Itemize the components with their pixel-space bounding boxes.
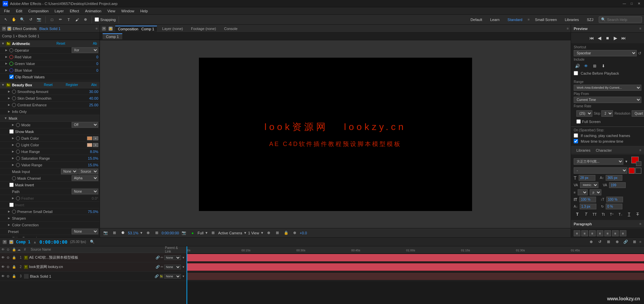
layer3-solo[interactable]: ⊙ bbox=[7, 274, 12, 278]
puppet-tool[interactable]: ⊕ bbox=[82, 16, 89, 23]
timeline-opt2-btn[interactable]: ↺ bbox=[596, 238, 603, 246]
layer1-solo[interactable]: ⊙ bbox=[7, 256, 12, 259]
layer2-solo[interactable]: ⊙ bbox=[7, 265, 12, 269]
character-tab[interactable]: Character bbox=[593, 148, 614, 153]
layer3-parent-dropdown[interactable]: None bbox=[164, 274, 181, 279]
workspace-learn[interactable]: Learn bbox=[487, 17, 502, 22]
red-value[interactable]: 0 bbox=[96, 55, 98, 59]
menu-window[interactable]: Window bbox=[119, 7, 137, 15]
strike-btn[interactable]: T bbox=[634, 211, 641, 218]
mode-dropdown[interactable]: Off bbox=[72, 122, 98, 128]
zoom-display[interactable]: 53.1% bbox=[128, 231, 138, 235]
contrast-value[interactable]: 25.00 bbox=[89, 103, 98, 107]
title-bar-controls[interactable]: — □ ✕ bbox=[622, 1, 641, 6]
play-from-dropdown[interactable]: Current Time bbox=[574, 97, 641, 103]
comp-region-btn[interactable]: ⊞ bbox=[111, 229, 118, 237]
timeline-opt6-btn[interactable]: ⊞ bbox=[631, 238, 638, 246]
comp-lock-view-btn[interactable]: 🔒 bbox=[283, 229, 290, 237]
comp-render-btn[interactable]: ⊞ bbox=[153, 229, 160, 237]
include-video-btn[interactable]: 👁 bbox=[582, 62, 590, 70]
text-color-bg[interactable] bbox=[636, 161, 641, 166]
timeline-opt1-btn[interactable]: ⊕ bbox=[587, 238, 595, 246]
timeline-lock-btn[interactable]: 🔒 bbox=[9, 240, 13, 244]
layer3-eye[interactable]: 👁 bbox=[1, 274, 7, 278]
light-color-btn[interactable]: ≡ bbox=[93, 143, 98, 147]
beauty-reset[interactable]: Reset bbox=[43, 83, 54, 87]
hue-value[interactable]: 8.0% bbox=[90, 150, 98, 154]
comp-close-btn[interactable]: ✕ bbox=[102, 27, 106, 31]
font-size-field[interactable] bbox=[579, 175, 595, 181]
super-btn[interactable]: T⁺ bbox=[608, 211, 615, 218]
comp-view-btn[interactable]: ⊕ bbox=[144, 229, 152, 237]
timeline-opt3-btn[interactable]: ⊞ bbox=[605, 238, 612, 246]
layer2-name[interactable]: look资源网 lookzy.cn bbox=[29, 264, 156, 269]
menu-help[interactable]: Help bbox=[138, 7, 151, 15]
comp-transparency-btn[interactable]: ⚈ bbox=[119, 229, 127, 237]
frame-rate-dropdown[interactable]: (25) bbox=[576, 110, 592, 117]
layer1-pen-btn[interactable]: ✏ bbox=[161, 256, 163, 259]
indent-dropdown[interactable]: - bbox=[578, 189, 588, 195]
mask-section-header[interactable]: ▼ Mask bbox=[0, 115, 100, 122]
clipping-checkbox[interactable] bbox=[9, 75, 14, 79]
layer1-name[interactable]: AE C4D软...预设脚本模型模板 bbox=[29, 255, 156, 260]
mask-channel-dropdown[interactable]: Alpha bbox=[72, 175, 98, 181]
rect-tool[interactable]: □ bbox=[48, 16, 56, 23]
comp-color-btn[interactable]: ● bbox=[189, 229, 196, 237]
skin-value[interactable]: 40.00 bbox=[89, 96, 98, 100]
effect-controls-tab[interactable]: Black Solid 1 bbox=[39, 27, 61, 31]
stop-opt1-checkbox[interactable] bbox=[574, 133, 578, 138]
track-bar-2[interactable] bbox=[187, 263, 644, 271]
fill-color-swatch[interactable] bbox=[629, 168, 635, 174]
dark-color-swatch[interactable] bbox=[87, 136, 92, 140]
rotate-tool[interactable]: ↺ bbox=[27, 16, 34, 23]
select-tool[interactable]: ↖ bbox=[2, 16, 9, 23]
timeline-search-btn[interactable]: 🔍 bbox=[89, 238, 96, 246]
menu-view[interactable]: View bbox=[105, 7, 118, 15]
layer3-name[interactable]: Black Solid 1 bbox=[30, 274, 155, 278]
layer3-fx-btn[interactable]: fx bbox=[160, 274, 163, 278]
hand-tool[interactable]: ✋ bbox=[10, 16, 18, 23]
close-btn[interactable]: ✕ bbox=[637, 1, 641, 6]
layer2-link-btn[interactable]: 🔗 bbox=[156, 265, 160, 269]
caps-btn[interactable]: TT bbox=[591, 211, 598, 218]
comp-layer-tab[interactable]: Layer (none) bbox=[160, 26, 186, 31]
sat-value[interactable]: 15.0% bbox=[88, 156, 98, 160]
workspace-libraries[interactable]: Libraries bbox=[562, 17, 581, 22]
skip-dropdown[interactable]: 2 bbox=[601, 110, 613, 117]
panel-close-btn[interactable]: ✕ bbox=[2, 27, 6, 31]
camera-display[interactable]: Active Camera bbox=[218, 231, 242, 235]
comp-output-btn[interactable]: ⊕ bbox=[291, 229, 299, 237]
menu-composition[interactable]: Composition bbox=[26, 7, 51, 15]
mask-input-source[interactable]: Source bbox=[78, 169, 98, 174]
comp-footage-tab[interactable]: Footage (none) bbox=[188, 26, 219, 31]
menu-edit[interactable]: Edit bbox=[13, 7, 25, 15]
scaley-field[interactable] bbox=[606, 197, 623, 202]
fullscreen-checkbox[interactable] bbox=[576, 119, 581, 124]
layer2-eye[interactable]: 👁 bbox=[1, 265, 7, 269]
font-style-dropdown[interactable]: - bbox=[574, 167, 627, 174]
underline-btn[interactable]: T bbox=[625, 211, 633, 218]
green-value[interactable]: 0 bbox=[96, 62, 98, 66]
range-dropdown[interactable]: Work Area Extended By Current... bbox=[574, 85, 641, 91]
comp-resize-btn[interactable]: ⊞ bbox=[210, 229, 217, 237]
minimize-btn[interactable]: — bbox=[622, 1, 627, 6]
layer3-lock[interactable]: 🔒 bbox=[12, 274, 17, 278]
timeline-menu-btn[interactable]: ≡ bbox=[639, 240, 641, 244]
mask-input-none[interactable]: None bbox=[61, 169, 78, 174]
menu-animation[interactable]: Animation bbox=[82, 7, 104, 15]
para-menu-btn[interactable]: ≡ bbox=[639, 222, 641, 226]
arithmetic-header[interactable]: ▼ fx Arithmetic Reset Ab bbox=[0, 40, 100, 47]
comp-camera-snap-btn[interactable]: 📷 bbox=[180, 229, 188, 237]
layer2-lock[interactable]: 🔒 bbox=[12, 265, 17, 269]
comp-console-tab[interactable]: Console bbox=[221, 26, 240, 31]
path-dropdown[interactable]: None bbox=[72, 189, 98, 194]
light-color-swatch[interactable] bbox=[87, 143, 92, 147]
align-right-btn[interactable]: ≡ bbox=[589, 230, 596, 236]
timeline-opt4-btn[interactable]: ⊕ bbox=[613, 238, 621, 246]
track-bar-1[interactable] bbox=[187, 254, 644, 261]
layer2-parent-dropdown[interactable]: None bbox=[164, 265, 181, 269]
italic-btn[interactable]: T bbox=[582, 211, 590, 218]
metrics-dropdown[interactable]: Metrics bbox=[580, 182, 598, 188]
beauty-register[interactable]: Register bbox=[64, 83, 79, 87]
layer2-pen-btn[interactable]: ✏ bbox=[161, 265, 163, 269]
